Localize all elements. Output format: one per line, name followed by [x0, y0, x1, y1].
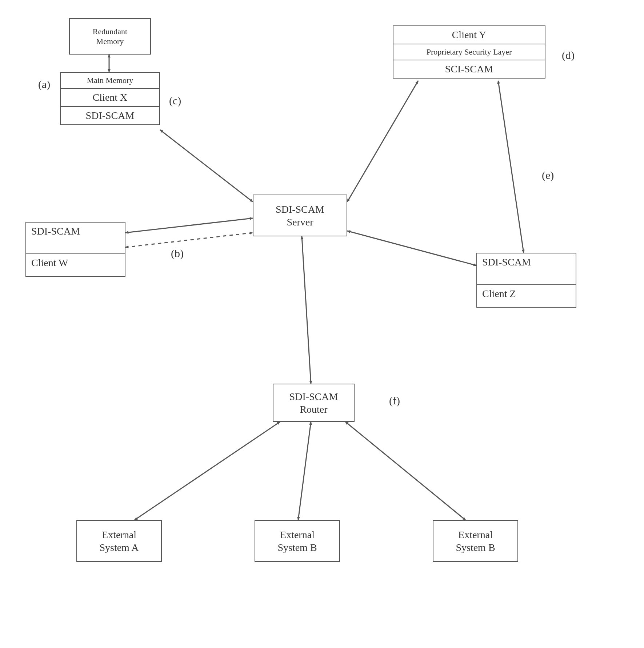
- edge-clienty-server: [347, 81, 418, 202]
- client-y-cell: Client Y: [393, 26, 545, 44]
- edge-clienty-clientz: [498, 81, 524, 253]
- edge-router-extb2: [345, 422, 465, 520]
- client-x-stack: Main Memory Client X SDI-SCAM: [60, 72, 160, 125]
- edge-clientw-server-dashed: [125, 233, 253, 247]
- annotation-f: (f): [389, 395, 400, 407]
- main-memory-cell: Main Memory: [61, 73, 159, 89]
- external-system-b2-box: ExternalSystem B: [433, 520, 518, 562]
- edge-clientz-server: [347, 231, 476, 265]
- client-y-sci-cell: SCI-SCAM: [393, 60, 545, 78]
- client-y-stack: Client Y Proprietary Security Layer SCI-…: [393, 25, 545, 79]
- edge-clientw-server-solid: [125, 218, 253, 233]
- annotation-e: (e): [542, 169, 554, 181]
- client-x-sdi-cell: SDI-SCAM: [61, 107, 159, 124]
- client-w-stack: SDI-SCAM Client W: [25, 222, 125, 277]
- redundant-memory-box: RedundantMemory: [69, 18, 151, 55]
- annotation-d: (d): [562, 49, 575, 61]
- external-system-b-box: ExternalSystem B: [255, 520, 340, 562]
- sdi-scam-router-box: SDI-SCAMRouter: [273, 384, 355, 422]
- client-x-cell: Client X: [61, 89, 159, 107]
- external-system-a-box: ExternalSystem A: [76, 520, 162, 562]
- annotation-a: (a): [38, 78, 50, 91]
- edge-router-extb: [298, 422, 311, 520]
- client-z-cell: Client Z: [477, 285, 576, 307]
- client-y-psl-cell: Proprietary Security Layer: [393, 44, 545, 60]
- annotation-c: (c): [169, 95, 181, 107]
- edge-server-router: [302, 236, 311, 384]
- client-z-sdi-cell: SDI-SCAM: [477, 253, 576, 285]
- annotation-b: (b): [171, 247, 184, 260]
- client-w-sdi-cell: SDI-SCAM: [26, 223, 125, 254]
- sdi-scam-server-box: SDI-SCAMServer: [253, 195, 347, 236]
- edge-router-exta: [135, 422, 280, 520]
- client-w-cell: Client W: [26, 254, 125, 276]
- client-z-stack: SDI-SCAM Client Z: [476, 253, 576, 308]
- edge-clientx-server: [160, 130, 253, 202]
